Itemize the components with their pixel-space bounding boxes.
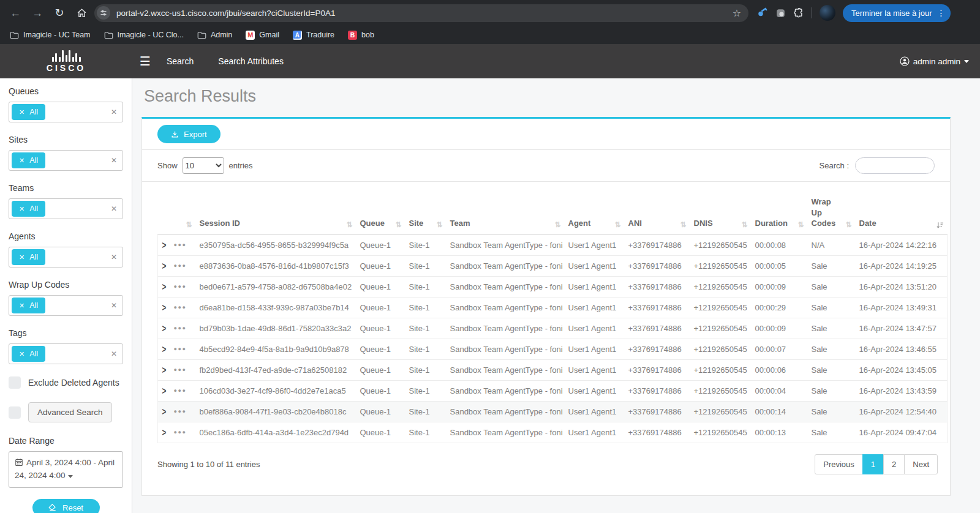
table-row[interactable]: >●●● bd79b03b-1dae-49d8-86d1-75820a33c3a… bbox=[158, 318, 948, 339]
back-icon[interactable]: ← bbox=[6, 4, 24, 22]
table-row[interactable]: >●●● bed0e671-a579-4758-a082-d67508ba4e0… bbox=[158, 276, 948, 297]
filter-chip[interactable]: ✕ All bbox=[12, 152, 45, 168]
browser-update-button[interactable]: Terminer la mise à jour ⋮ bbox=[843, 4, 951, 22]
filter-select[interactable]: ✕ All ✕ bbox=[9, 150, 123, 171]
col-duration[interactable]: Duration⇅ bbox=[752, 190, 808, 234]
extensions-puzzle-icon[interactable] bbox=[793, 7, 804, 18]
filter-select[interactable]: ✕ All ✕ bbox=[9, 343, 123, 364]
table-search-input[interactable] bbox=[855, 157, 935, 174]
password-key-icon[interactable] bbox=[757, 7, 768, 18]
bookmark-imagicle-uc-clo[interactable]: Imagicle - UC Clo... bbox=[104, 31, 184, 40]
row-expand-icon[interactable]: > bbox=[162, 385, 166, 397]
user-menu[interactable]: admin admin bbox=[900, 56, 969, 66]
col-date[interactable]: Date bbox=[856, 190, 948, 234]
page-size-select[interactable]: 10 bbox=[183, 157, 224, 174]
filter-chip[interactable]: ✕ All bbox=[12, 201, 45, 217]
row-expand-icon[interactable]: > bbox=[162, 323, 166, 334]
col-ani[interactable]: ANI⇅ bbox=[625, 190, 690, 234]
filter-select[interactable]: ✕ All ✕ bbox=[9, 295, 123, 316]
filter-clear-icon[interactable]: ✕ bbox=[111, 350, 117, 358]
row-expand-icon[interactable]: > bbox=[162, 406, 166, 418]
col-wrap-up-codes[interactable]: Wrap Up Codes⇅ bbox=[808, 190, 856, 234]
forward-icon[interactable]: → bbox=[28, 4, 47, 22]
row-actions-icon[interactable]: ●●● bbox=[174, 283, 187, 290]
chip-remove-icon[interactable]: ✕ bbox=[19, 157, 24, 165]
bookmark-bob[interactable]: B bob bbox=[348, 31, 374, 40]
row-actions-icon[interactable]: ●●● bbox=[174, 429, 187, 435]
col-agent[interactable]: Agent⇅ bbox=[565, 190, 625, 234]
filter-select[interactable]: ✕ All ✕ bbox=[9, 247, 123, 268]
col-session-id[interactable]: Session ID⇅ bbox=[196, 190, 356, 234]
previous-page-button[interactable]: Previous bbox=[815, 454, 863, 474]
col-expander[interactable]: ⇅ bbox=[158, 190, 196, 234]
browser-menu-kebab-icon[interactable]: ⋮ bbox=[937, 9, 946, 17]
filter-chip[interactable]: ✕ All bbox=[12, 249, 45, 265]
profile-avatar[interactable] bbox=[820, 5, 835, 21]
home-icon[interactable] bbox=[72, 4, 91, 22]
row-actions-icon[interactable]: ●●● bbox=[174, 325, 187, 331]
table-row[interactable]: >●●● e8873636-0ba8-4576-816d-41b9807c15f… bbox=[158, 255, 948, 276]
chip-remove-icon[interactable]: ✕ bbox=[19, 302, 24, 310]
chip-remove-icon[interactable]: ✕ bbox=[19, 205, 24, 213]
bookmark-imagicle-uc-team[interactable]: Imagicle - UC Team bbox=[10, 31, 91, 40]
bookmark-gmail[interactable]: M Gmail bbox=[246, 31, 279, 40]
site-info-icon[interactable] bbox=[97, 6, 110, 20]
export-button[interactable]: Export bbox=[157, 125, 221, 143]
chip-remove-icon[interactable]: ✕ bbox=[19, 253, 24, 261]
row-expand-icon[interactable]: > bbox=[162, 343, 166, 355]
page-1-button[interactable]: 1 bbox=[862, 454, 884, 474]
table-row[interactable]: >●●● d6ea81be-d158-433f-939c-987a03be7b1… bbox=[158, 297, 948, 318]
col-site[interactable]: Site⇅ bbox=[405, 190, 447, 234]
table-row[interactable]: >●●● 05ec186a-6dfb-414a-a3d4-1e23ec2d794… bbox=[158, 422, 948, 443]
col-team[interactable]: Team⇅ bbox=[447, 190, 565, 234]
reset-button[interactable]: Reset bbox=[32, 499, 100, 513]
exclude-deleted-agents-checkbox[interactable] bbox=[9, 376, 21, 389]
date-range-picker[interactable]: April 3, 2024 4:00 - April 24, 2024 4:00 bbox=[9, 451, 123, 488]
table-row[interactable]: >●●● 106cd03d-3e27-4cf9-86f0-4dd2e7e1aca… bbox=[158, 380, 948, 401]
filter-select[interactable]: ✕ All ✕ bbox=[9, 102, 123, 122]
bookmark-star-icon[interactable]: ☆ bbox=[733, 7, 741, 19]
page-2-button[interactable]: 2 bbox=[883, 454, 905, 474]
row-actions-icon[interactable]: ●●● bbox=[174, 263, 187, 269]
nav-item-search-attributes[interactable]: Search Attributes bbox=[218, 56, 284, 66]
table-row[interactable]: >●●● 4b5ecd92-84e9-4f5a-8a1b-9a9d10b9a87… bbox=[158, 339, 948, 359]
filter-chip[interactable]: ✕ All bbox=[12, 346, 45, 362]
row-actions-icon[interactable]: ●●● bbox=[174, 346, 187, 352]
extension-pinned-icon[interactable] bbox=[775, 8, 786, 18]
filter-clear-icon[interactable]: ✕ bbox=[111, 204, 117, 213]
col-queue[interactable]: Queue⇅ bbox=[356, 190, 405, 234]
row-actions-icon[interactable]: ●●● bbox=[174, 408, 187, 414]
filter-chip[interactable]: ✕ All bbox=[12, 298, 45, 313]
row-expand-icon[interactable]: > bbox=[162, 239, 166, 251]
filter-select[interactable]: ✕ All ✕ bbox=[9, 198, 123, 219]
row-actions-icon[interactable]: ●●● bbox=[174, 367, 187, 373]
filter-clear-icon[interactable]: ✕ bbox=[111, 253, 117, 261]
filter-clear-icon[interactable]: ✕ bbox=[111, 108, 117, 116]
chip-remove-icon[interactable]: ✕ bbox=[19, 108, 24, 116]
row-expand-icon[interactable]: > bbox=[162, 302, 166, 313]
bookmark-admin[interactable]: Admin bbox=[197, 31, 232, 40]
chip-remove-icon[interactable]: ✕ bbox=[19, 350, 24, 358]
filter-clear-icon[interactable]: ✕ bbox=[111, 156, 117, 165]
row-actions-icon[interactable]: ●●● bbox=[174, 388, 187, 394]
reload-icon[interactable]: ↻ bbox=[50, 4, 69, 22]
row-expand-icon[interactable]: > bbox=[162, 260, 166, 272]
hamburger-menu-icon[interactable]: ☰ bbox=[140, 54, 151, 69]
address-bar[interactable]: portal-v2.wxcc-us1.cisco.com/jbui/search… bbox=[94, 4, 748, 22]
row-actions-icon[interactable]: ●●● bbox=[174, 242, 187, 248]
next-page-button[interactable]: Next bbox=[904, 454, 938, 474]
table-row[interactable]: >●●● fb2d9bed-413f-47ed-a9de-c71a6250818… bbox=[158, 359, 948, 380]
nav-item-search[interactable]: Search bbox=[167, 56, 194, 66]
filter-chip[interactable]: ✕ All bbox=[12, 104, 45, 120]
advanced-search-button[interactable]: Advanced Search bbox=[28, 402, 112, 422]
advanced-search-checkbox[interactable] bbox=[9, 406, 21, 419]
row-expand-icon[interactable]: > bbox=[162, 281, 166, 293]
table-row[interactable]: >●●● b0ef886a-9084-47f1-9e03-cb20e4b8018… bbox=[158, 401, 948, 422]
row-actions-icon[interactable]: ●●● bbox=[174, 304, 187, 310]
row-expand-icon[interactable]: > bbox=[162, 427, 166, 438]
table-row[interactable]: >●●● e350795a-dc56-4955-8655-b329994f9c5… bbox=[158, 234, 948, 255]
row-expand-icon[interactable]: > bbox=[162, 364, 166, 376]
col-dnis[interactable]: DNIS⇅ bbox=[690, 190, 752, 234]
filter-clear-icon[interactable]: ✕ bbox=[111, 301, 117, 310]
bookmark-traduire[interactable]: A Traduire bbox=[293, 31, 334, 40]
